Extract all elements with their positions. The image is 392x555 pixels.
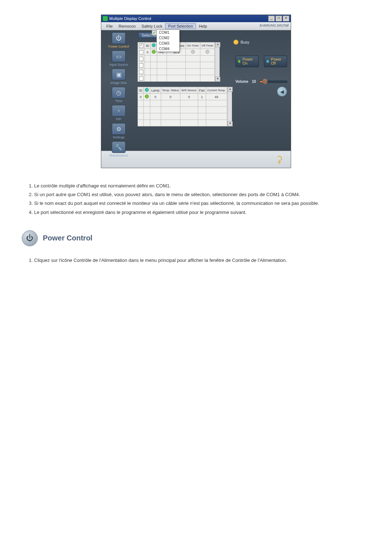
titlebar: Multiple Display Control _ □ × [101,15,291,22]
cell-id: 0 [145,49,151,56]
note-item: Si le nom exact du port auquel est conne… [34,200,367,207]
sidebar-label: Time [103,99,135,103]
app-window: Multiple Display Control _ □ × File Remo… [101,15,291,168]
note-item: Le port sélectionné est enregistré dans … [34,209,367,216]
note-item: Cliquez sur l'icône Contrôle de l'Alimen… [34,257,367,264]
sidebar-label: Power Control [103,45,135,48]
power-off-button[interactable]: Power Off [264,56,287,67]
time-icon: ◷ [112,87,126,98]
maximize-button[interactable]: □ [275,16,282,21]
table-row[interactable]: 0 0 0 0 1 49 [138,94,227,100]
sidebar-item-input-source[interactable]: ▭ Input Source [103,50,135,66]
cell-lamp: 0 [150,94,161,100]
scroll-up-icon[interactable]: ▴ [228,87,233,92]
power-control-section-icon: ⏻ [22,230,38,246]
cell-fan: 1 [198,94,206,100]
volume-slider[interactable] [260,81,287,83]
power-off-label: Power Off [271,57,285,65]
table-row [138,120,227,126]
col-id: ID [145,42,151,49]
volume-control: Volume 10 [236,80,287,84]
sidebar-label: Maintenance [103,154,135,157]
sidebar-label: PIP [103,117,135,121]
col-on-timer: On Timer [186,42,200,49]
col-lamp: Lamp [150,87,161,94]
power-icon: ⏻ [112,32,126,44]
scrollbar[interactable]: ▴ ▾ [215,42,220,82]
notes-list: Le contrôle multiple d'affichage est nor… [25,183,367,216]
menu-remocon[interactable]: Remocon [116,23,139,29]
sidebar-item-maintenance[interactable]: 🔧 Maintenance [103,141,135,157]
speaker-icon[interactable]: ◀ [277,86,287,97]
port-option-com4[interactable]: COM4 [157,46,179,52]
off-timer-dot [205,50,209,54]
window-controls: _ □ × [268,16,289,21]
note-item: Le contrôle multiple d'affichage est nor… [34,183,367,189]
volume-thumb[interactable] [262,79,268,84]
volume-label: Volume [236,80,248,84]
sidebar-label: Input Source [103,63,135,66]
sidebar-label: Settings [103,135,135,139]
on-timer-dot [191,50,195,54]
app-icon [103,16,108,21]
sidebar-item-pip[interactable]: ▫ PIP [103,105,135,121]
col-fan: Fan [198,87,206,94]
power-off-dot-icon [266,60,269,63]
table-row [138,62,215,69]
minimize-button[interactable]: _ [268,16,275,21]
scrollbar[interactable]: ▴ ▾ [227,87,232,126]
window-title: Multiple Display Control [109,16,151,21]
status-dot [145,94,149,98]
table-row [138,69,215,75]
menu-safety-lock[interactable]: Safety Lock [139,23,165,29]
sidebar-item-image-size[interactable]: ▣ Image Size [103,69,135,85]
table-row [138,100,227,107]
info-bulb-icon: ⚳ [274,153,284,166]
port-dropdown[interactable]: ✓ COM1 COM2 COM3 COM4 [156,29,180,52]
settings-icon: ⚙ [112,123,126,135]
right-panel: Busy Power On Power Off Volume 10 [232,30,291,151]
table-row [138,113,227,120]
col-br-sensor: BrR Sensor [180,87,198,94]
note-item: Si un port autre que COM1 est utilisé, v… [34,191,367,198]
port-option-com1[interactable]: COM1 [157,30,179,35]
menu-help[interactable]: Help [196,23,210,29]
power-on-dot-icon [238,60,241,63]
menu-file[interactable]: File [103,23,116,29]
status-table: ID Lamp Temp. Status BrR Sensor Fan Curr… [138,87,227,126]
close-button[interactable]: × [283,16,289,21]
check-icon: ✓ [152,30,157,35]
menu-port-selection[interactable]: Port Selection [165,23,196,29]
port-option-com2[interactable]: COM2 [157,35,179,41]
scroll-down-icon[interactable]: ▾ [215,77,220,82]
volume-value: 10 [252,80,256,84]
pip-icon: ▫ [112,105,126,117]
cell-id: 0 [138,94,144,100]
busy-indicator: Busy [233,40,287,45]
scroll-down-icon[interactable]: ▾ [228,121,233,126]
col-status-icon [151,42,157,49]
cell-br-sensor: 0 [180,94,198,100]
col-id: ID [138,87,144,94]
col-status-icon [144,87,150,94]
image-size-icon: ▣ [112,69,126,80]
menubar: File Remocon Safety Lock Port Selection … [101,22,291,30]
sidebar-item-power-control[interactable]: ⏻ Power Control [103,32,135,48]
table-row [138,56,215,62]
cell-current-temp: 49 [206,94,227,100]
section-header: ⏻ Power Control [22,230,370,246]
sidebar-item-time[interactable]: ◷ Time [103,87,135,103]
status-dot [152,50,156,54]
header-checkbox[interactable] [139,44,143,48]
col-off-timer: Off Timer [200,42,215,49]
section-title: Power Control [43,234,93,242]
maintenance-icon: 🔧 [112,141,126,153]
port-option-com3[interactable]: COM3 [157,41,179,46]
input-icon: ▭ [112,50,126,62]
col-current-temp: Current Temp. [206,87,227,94]
power-on-button[interactable]: Power On [236,56,259,67]
scroll-up-icon[interactable]: ▴ [215,42,220,47]
sidebar-item-settings[interactable]: ⚙ Settings [103,123,135,139]
row-checkbox[interactable] [139,50,143,54]
table-row [138,75,215,82]
